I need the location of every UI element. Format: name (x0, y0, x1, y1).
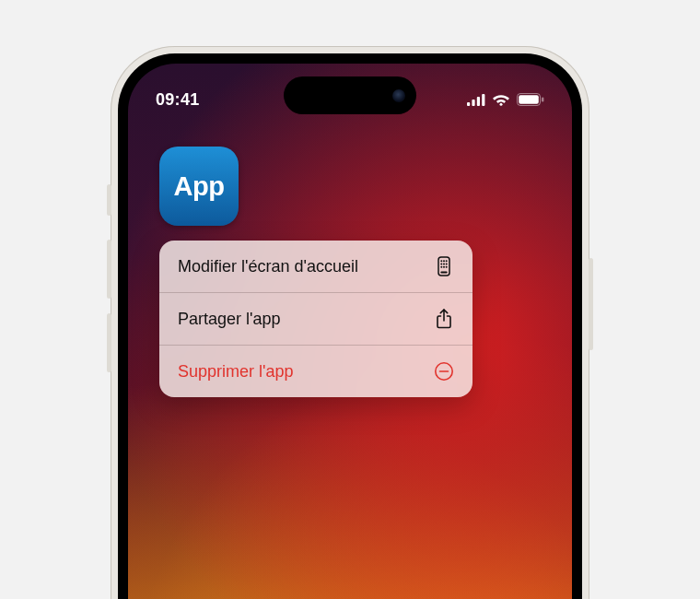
svg-point-16 (443, 266, 445, 268)
svg-point-13 (443, 264, 445, 265)
menu-item-label: Supprimer l'app (178, 362, 294, 382)
status-icons (467, 93, 544, 106)
svg-point-17 (446, 266, 448, 268)
menu-item-label: Partager l'app (178, 310, 281, 329)
home-screen[interactable]: 09:41 (128, 64, 572, 599)
status-bar: 09:41 (128, 64, 572, 119)
svg-rect-6 (519, 95, 539, 104)
homescreen-icon (434, 256, 454, 276)
side-button-volume-down (107, 313, 111, 372)
side-button-power (589, 258, 593, 350)
svg-point-9 (440, 260, 442, 262)
svg-rect-3 (482, 94, 484, 106)
svg-rect-2 (477, 97, 480, 106)
svg-point-4 (500, 103, 503, 106)
svg-point-15 (440, 266, 442, 268)
share-icon (434, 309, 454, 329)
status-time: 09:41 (156, 90, 200, 110)
app-icon[interactable]: App (159, 147, 239, 226)
svg-point-12 (440, 264, 442, 265)
menu-item-label: Modifier l'écran d'accueil (178, 257, 358, 276)
menu-item-delete-app[interactable]: Supprimer l'app (159, 345, 472, 397)
svg-point-10 (443, 260, 445, 262)
svg-point-11 (446, 260, 448, 262)
side-button-silent (107, 184, 111, 216)
svg-rect-7 (542, 98, 543, 102)
phone-frame: 09:41 (111, 46, 589, 599)
menu-item-share-app[interactable]: Partager l'app (159, 292, 472, 345)
screen-bezel: 09:41 (118, 53, 582, 599)
svg-rect-1 (472, 100, 474, 106)
battery-icon (517, 93, 544, 106)
svg-rect-18 (440, 271, 447, 273)
app-icon-label: App (174, 171, 225, 202)
remove-circle-icon (434, 361, 454, 382)
svg-point-14 (446, 264, 448, 265)
menu-item-edit-home-screen[interactable]: Modifier l'écran d'accueil (159, 241, 472, 292)
svg-rect-0 (467, 102, 470, 106)
wifi-icon (492, 93, 510, 106)
side-button-volume-up (107, 240, 111, 299)
context-menu: Modifier l'écran d'accueil (159, 241, 472, 397)
cellular-signal-icon (467, 94, 485, 106)
